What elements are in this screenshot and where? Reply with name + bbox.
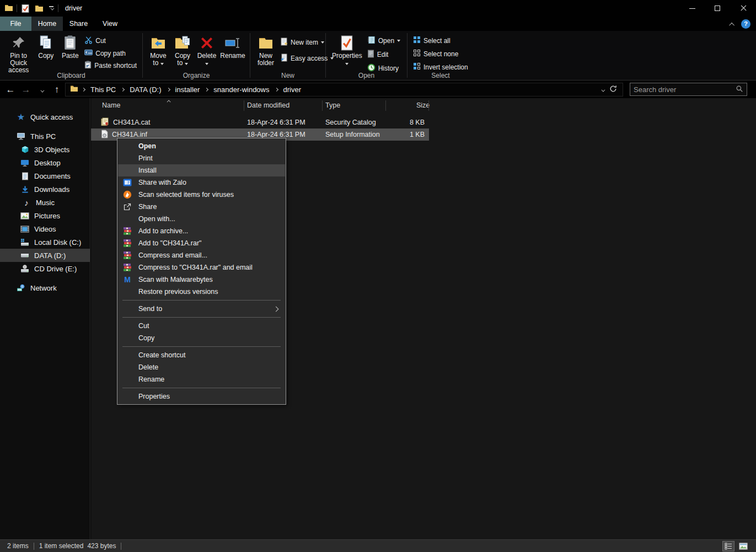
winrar-icon xyxy=(123,239,132,248)
cut-button[interactable]: Cut xyxy=(82,35,139,46)
menu-item-properties[interactable]: Properties xyxy=(118,390,285,403)
sidebar-item-this-pc[interactable]: This PC xyxy=(0,130,90,143)
menu-item-share[interactable]: Share xyxy=(118,201,285,213)
menu-item-add-to-rar[interactable]: Add to "CH341A.rar" xyxy=(118,237,285,249)
menu-item-send-to[interactable]: Send to xyxy=(118,303,285,315)
paste-shortcut-button[interactable]: Paste shortcut xyxy=(82,60,139,71)
ribbon: Pin to Quickaccess Copy Paste Cut xyxy=(0,31,756,81)
select-none-button[interactable]: Select none xyxy=(411,49,470,59)
file-row-ch341a-cat[interactable]: CH341A.cat 18-Apr-24 6:31 PM Security Ca… xyxy=(91,116,429,128)
select-all-button[interactable]: Select all xyxy=(411,35,470,46)
column-header-size[interactable]: Size xyxy=(386,98,429,113)
ribbon-tab-row: File Home Share View ? xyxy=(0,17,756,31)
breadcrumb-this-pc[interactable]: This PC xyxy=(87,84,120,95)
menu-item-print[interactable]: Print xyxy=(118,152,285,164)
column-header-name[interactable]: Name xyxy=(91,98,244,113)
status-divider xyxy=(121,543,121,550)
details-view-button[interactable] xyxy=(722,541,734,551)
sidebar-item-music[interactable]: ♪ Music xyxy=(0,196,90,209)
address-bar[interactable]: This PC DATA (D:) installer snander-wind… xyxy=(65,83,623,97)
recent-locations-button[interactable] xyxy=(34,82,49,97)
sidebar-item-desktop[interactable]: Desktop xyxy=(0,156,90,169)
qat-customize-button[interactable] xyxy=(48,5,55,11)
address-bar-row: ← → ↑ This PC DATA (D:) installer snande… xyxy=(0,81,756,98)
tab-view[interactable]: View xyxy=(94,17,126,31)
copy-to-button[interactable]: Copyto xyxy=(170,33,195,68)
edit-button[interactable]: Edit xyxy=(365,49,403,60)
menu-item-install[interactable]: Install xyxy=(118,164,285,176)
sidebar-item-data-d[interactable]: DATA (D:) xyxy=(0,249,90,262)
copy-path-button[interactable]: Copy path xyxy=(82,49,139,58)
minimize-button[interactable] xyxy=(680,0,705,17)
sidebar-item-quick-access[interactable]: ★ Quick access xyxy=(0,110,90,124)
ribbon-group-open: Properties Open Edit History xyxy=(326,31,407,80)
close-button[interactable] xyxy=(731,0,756,17)
new-folder-icon xyxy=(258,34,274,52)
sidebar-item-videos[interactable]: Videos xyxy=(0,222,90,235)
sidebar-item-3d-objects[interactable]: 3D Objects xyxy=(0,143,90,156)
open-button[interactable]: Open xyxy=(365,35,403,46)
sidebar-item-cd-drive-e[interactable]: CD Drive (E:) xyxy=(0,262,90,275)
scissors-icon xyxy=(84,36,93,46)
sidebar-item-network[interactable]: Network xyxy=(0,281,90,294)
paste-button[interactable]: Paste xyxy=(58,33,82,61)
menu-item-share-with-zalo[interactable]: Share with Zalo xyxy=(118,176,285,189)
breadcrumb-separator-icon xyxy=(121,87,125,91)
qat-properties-button[interactable] xyxy=(20,3,30,14)
menu-item-open-with[interactable]: Open with... xyxy=(118,213,285,225)
up-button[interactable]: ↑ xyxy=(50,82,64,97)
menu-item-restore-previous-versions[interactable]: Restore previous versions xyxy=(118,286,285,298)
copy-button[interactable]: Copy xyxy=(34,33,58,61)
column-header-type[interactable]: Type xyxy=(323,98,386,113)
menu-item-copy[interactable]: Copy xyxy=(118,332,285,344)
back-button[interactable]: ← xyxy=(3,82,18,97)
qat-divider xyxy=(58,4,58,12)
menu-item-scan-with-malwarebytes[interactable]: M Scan with Malwarebytes xyxy=(118,274,285,286)
address-dropdown-button[interactable] xyxy=(601,85,604,94)
refresh-button[interactable] xyxy=(609,85,617,94)
menu-item-compress-to-rar-and-email[interactable]: Compress to "CH341A.rar" and email xyxy=(118,261,285,274)
breadcrumb-installer[interactable]: installer xyxy=(171,84,204,95)
invert-selection-button[interactable]: Invert selection xyxy=(411,62,470,72)
menu-item-add-to-archive[interactable]: Add to archive... xyxy=(118,225,285,237)
thumbnail-view-button[interactable] xyxy=(737,541,749,551)
qat-new-folder-button[interactable] xyxy=(34,3,45,13)
group-label-clipboard: Clipboard xyxy=(0,72,142,79)
help-icon[interactable]: ? xyxy=(741,19,750,29)
menu-item-delete[interactable]: Delete xyxy=(118,361,285,373)
select-none-icon xyxy=(413,49,421,58)
desktop-icon xyxy=(20,158,29,167)
breadcrumb-snander-windows[interactable]: snander-windows xyxy=(210,84,273,95)
menu-item-cut[interactable]: Cut xyxy=(118,320,285,332)
properties-button[interactable]: Properties xyxy=(329,33,365,68)
collapse-ribbon-button[interactable] xyxy=(731,20,734,28)
maximize-button[interactable] xyxy=(705,0,731,17)
sidebar-item-documents[interactable]: Documents xyxy=(0,169,90,183)
sidebar-item-pictures[interactable]: Pictures xyxy=(0,209,90,222)
breadcrumb-driver[interactable]: driver xyxy=(280,84,305,95)
search-icon[interactable] xyxy=(736,85,743,94)
rename-button[interactable]: Rename xyxy=(219,33,246,61)
paste-icon xyxy=(63,34,77,52)
menu-item-create-shortcut[interactable]: Create shortcut xyxy=(118,349,285,361)
videos-icon xyxy=(20,224,29,233)
delete-button[interactable]: Delete xyxy=(195,33,219,68)
chevron-up-icon xyxy=(729,22,734,28)
tab-share[interactable]: Share xyxy=(63,17,94,31)
tab-file[interactable]: File xyxy=(0,17,31,31)
menu-item-open[interactable]: Open xyxy=(118,140,285,152)
breadcrumb-data-d[interactable]: DATA (D:) xyxy=(126,84,165,95)
sidebar-item-downloads[interactable]: Downloads xyxy=(0,183,90,196)
ribbon-group-new: Newfolder New item Easy access New xyxy=(250,31,325,80)
search-input[interactable] xyxy=(634,85,736,94)
move-to-button[interactable]: Moveto xyxy=(146,33,170,68)
menu-item-scan-for-viruses[interactable]: Scan selected items for viruses xyxy=(118,189,285,201)
menu-item-compress-and-email[interactable]: Compress and email... xyxy=(118,249,285,261)
forward-button[interactable]: → xyxy=(19,82,33,97)
new-folder-button[interactable]: Newfolder xyxy=(254,33,278,68)
tab-home[interactable]: Home xyxy=(31,17,63,31)
column-header-date-modified[interactable]: Date modified xyxy=(244,98,323,113)
pin-to-quick-access-button[interactable]: Pin to Quickaccess xyxy=(3,33,34,75)
sidebar-item-local-disk-c[interactable]: Local Disk (C:) xyxy=(0,235,90,249)
menu-item-rename[interactable]: Rename xyxy=(118,373,285,385)
